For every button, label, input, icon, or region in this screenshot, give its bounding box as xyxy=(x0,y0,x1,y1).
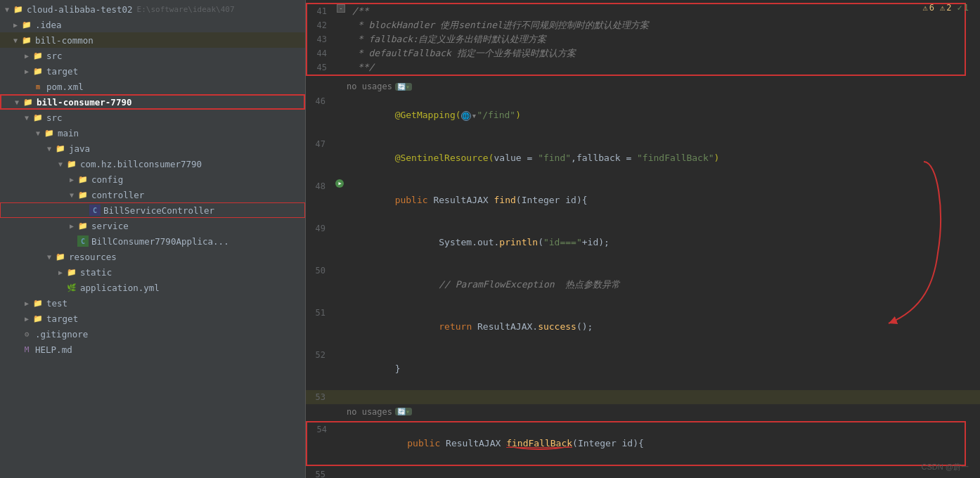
tree-target-common[interactable]: 📁 target xyxy=(0,63,305,79)
target-common-icon: 📁 xyxy=(32,65,44,77)
tree-bill-service-controller[interactable]: C BillServiceController xyxy=(0,202,305,218)
find-method: find xyxy=(494,195,516,205)
code-line-51: 51 return ResultAJAX.success(); xyxy=(306,306,980,348)
no-usages-2: no usages 🔄▾ xyxy=(306,404,980,420)
tree-controller[interactable]: 📁 controller xyxy=(0,187,305,202)
bill-service-controller-icon: C xyxy=(89,205,101,216)
resources-icon: 📁 xyxy=(55,251,66,262)
line-content-52: } xyxy=(347,348,980,390)
line-content-44: * defaultFallback 指定一个业务错误时默认方案 xyxy=(348,46,965,60)
line-num-46: 46 xyxy=(306,94,333,108)
src-consumer-arrow xyxy=(22,113,31,122)
target-consumer-arrow xyxy=(22,314,31,323)
tree-src-consumer[interactable]: 📁 src xyxy=(0,110,305,125)
idea-folder-icon: 📁 xyxy=(21,19,32,30)
usages-dropdown-2[interactable]: 🔄▾ xyxy=(395,408,412,415)
gitignore-icon: ⚙ xyxy=(21,328,32,340)
usages-dropdown-1[interactable]: 🔄▾ xyxy=(395,83,412,91)
tree-static[interactable]: 📁 static xyxy=(0,264,305,280)
tree-application-yml[interactable]: 🌿 application.yml xyxy=(0,280,305,295)
java-label: java xyxy=(69,143,90,154)
tree-main[interactable]: 📁 main xyxy=(0,125,305,141)
service-arrow xyxy=(67,221,76,230)
tree-idea[interactable]: 📁 .idea xyxy=(0,17,305,32)
line-num-52: 52 xyxy=(306,348,333,362)
sentinel-annotation: @SentinelResource( xyxy=(395,153,494,163)
tree-src-common[interactable]: 📁 src xyxy=(0,48,305,63)
java-arrow xyxy=(45,144,53,153)
tree-service[interactable]: 📁 service xyxy=(0,218,305,233)
line-content-48: public ResultAJAX find(Integer id){ xyxy=(347,179,980,221)
resources-label: resources xyxy=(69,252,117,262)
test-icon: 📁 xyxy=(32,297,44,309)
bill-consumer-icon: 📁 xyxy=(22,96,34,108)
no-usages-1: no usages 🔄▾ xyxy=(306,79,980,94)
no-usages-text-1: no usages xyxy=(347,82,392,91)
src-consumer-icon: 📁 xyxy=(32,112,44,123)
src-consumer-label: src xyxy=(46,112,63,123)
static-label: static xyxy=(80,267,112,278)
warning-badge-6: ⚠ 6 xyxy=(923,3,934,13)
root-label: cloud-alibaba-test02 xyxy=(27,4,133,15)
line-num-54: 54 xyxy=(307,422,334,437)
code-line-43: 43 * fallback:自定义业务出错时默认处理方案 xyxy=(307,32,965,46)
editor-warnings: ⚠ 6 ⚠ 2 ✓ 1 xyxy=(923,3,969,13)
service-label: service xyxy=(91,221,129,231)
bill-service-controller-label: BillServiceController xyxy=(103,205,214,216)
line-num-47: 47 xyxy=(306,137,333,151)
fold-icon-41[interactable]: - xyxy=(337,4,345,13)
com-hz-label: com.hz.billconsumer7790 xyxy=(80,159,202,169)
code-content: 41 - /** 42 * blockHandler 使用sentinel进行不… xyxy=(306,3,980,478)
code-line-53: 53 xyxy=(306,390,980,404)
code-line-49: 49 System.out.println("id==="+id); xyxy=(306,221,980,264)
code-line-46: 46 @GetMapping(🌐▾"/find") xyxy=(306,94,980,137)
file-tree[interactable]: 📁 cloud-alibaba-test02 E:\software\ideak… xyxy=(0,0,306,478)
code-editor: ⚠ 6 ⚠ 2 ✓ 1 41 - /** 42 xyxy=(306,0,980,478)
tree-target-consumer[interactable]: 📁 target xyxy=(0,311,305,326)
tree-test[interactable]: 📁 test xyxy=(0,295,305,311)
line-content-55: return ResultAJAX.error( msg: "findFallB… xyxy=(347,467,980,479)
com-hz-arrow xyxy=(56,160,65,168)
line-content-54: public ResultAJAX findFallBack(Integer i… xyxy=(348,422,965,465)
find-string: "/find" xyxy=(477,110,515,120)
tree-pom-common[interactable]: m pom.xml xyxy=(0,79,305,94)
line-num-51: 51 xyxy=(306,306,333,320)
check-count: 1 xyxy=(964,3,969,13)
src-common-icon: 📁 xyxy=(32,50,44,61)
main-arrow xyxy=(34,129,42,137)
fallback-str: "findFallBack" xyxy=(637,153,714,163)
tree-config[interactable]: 📁 config xyxy=(0,172,305,187)
run-gutter-48[interactable] xyxy=(335,179,344,188)
static-icon: 📁 xyxy=(66,266,77,278)
tree-root[interactable]: 📁 cloud-alibaba-test02 E:\software\ideak… xyxy=(0,1,305,17)
tree-java[interactable]: 📁 java xyxy=(0,141,305,156)
find-value-str: "find" xyxy=(538,153,571,163)
root-folder-icon: 📁 xyxy=(13,4,24,15)
static-arrow xyxy=(56,268,65,276)
bill-common-icon: 📁 xyxy=(21,34,32,46)
test-arrow xyxy=(22,299,31,307)
line-num-50: 50 xyxy=(306,264,333,278)
tree-help-md[interactable]: M HELP.md xyxy=(0,342,305,357)
warning2-count: 2 xyxy=(946,3,951,13)
tree-root-arrow xyxy=(3,5,11,13)
tree-resources[interactable]: 📁 resources xyxy=(0,249,305,264)
bill-consumer-label: bill-consumer-7790 xyxy=(37,97,131,108)
tree-bill-consumer-app[interactable]: C BillConsumer7790Applica... xyxy=(0,233,305,249)
tree-bill-consumer[interactable]: 📁 bill-consumer-7790 xyxy=(0,94,305,110)
tree-bill-common[interactable]: 📁 bill-common xyxy=(0,32,305,48)
checkmark-icon: ✓ xyxy=(958,3,962,13)
line-num-42: 42 xyxy=(307,18,334,32)
tree-com-hz[interactable]: 📁 com.hz.billconsumer7790 xyxy=(0,156,305,172)
csdn-watermark: CSDN @蔚一 xyxy=(922,462,969,472)
line-content-51: return ResultAJAX.success(); xyxy=(347,306,980,348)
main-folder-icon: 📁 xyxy=(44,127,55,138)
main-label: main xyxy=(58,128,79,138)
java-folder-icon: 📁 xyxy=(55,143,66,154)
pom-common-label: pom.xml xyxy=(46,82,84,92)
pom-xml-icon: m xyxy=(32,81,44,92)
line-content-45: **/ xyxy=(348,60,965,75)
tree-gitignore[interactable]: ⚙ .gitignore xyxy=(0,326,305,342)
md-icon: M xyxy=(21,344,32,355)
code-line-50: 50 // ParamFlowException 热点参数异常 xyxy=(306,264,980,306)
